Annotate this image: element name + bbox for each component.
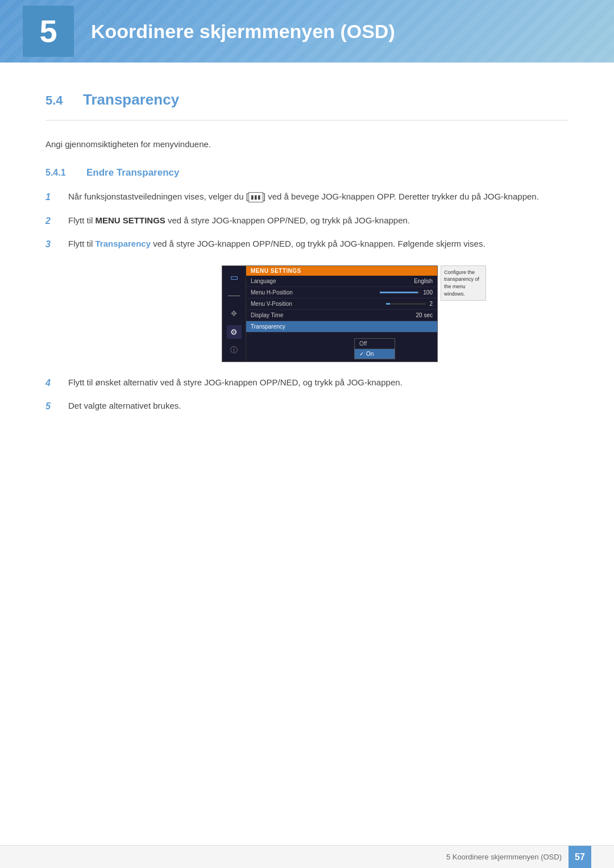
osd-dropdown-on: ✓ On (355, 349, 395, 359)
section-description: Angi gjennomsiktigheten for menyvinduene… (45, 138, 569, 151)
step-3: 3 Flytt til Transparency ved å styre JOG… (45, 237, 569, 252)
osd-spacer (246, 333, 437, 339)
step-1: 1 Når funksjonstastveiledningen vises, v… (45, 190, 569, 205)
subsection-heading: 5.4.1 Endre Transparency (45, 167, 569, 178)
osd-menu-row-displaytime: Display Time 20 sec (246, 310, 437, 321)
main-content: 5.4 Transparency Angi gjennomsiktigheten… (0, 63, 614, 468)
osd-label-hpos: Menu H-Position (251, 289, 380, 296)
osd-icon-info: ⓘ (227, 343, 242, 357)
step-text-1: Når funksjonstastveiledningen vises, vel… (68, 190, 569, 203)
footer-text: 5 Koordinere skjermmenyen (OSD) (446, 853, 562, 861)
osd-dropdown: Off ✓ On (354, 338, 395, 359)
osd-menu-title: MENU SETTINGS (246, 266, 437, 276)
steps-list-2: 4 Flytt til ønsket alternativ ved å styr… (45, 376, 569, 414)
chapter-header: 5 Koordinere skjermmenyen (OSD) (0, 0, 614, 63)
step-text-5: Det valgte alternativet brukes. (68, 399, 569, 413)
step-4: 4 Flytt til ønsket alternativ ved å styr… (45, 376, 569, 391)
osd-tooltip: Configure the transparency of the menu w… (441, 265, 486, 301)
osd-screenshot: ▭ ── ✥ ⚙ ⓘ (222, 265, 438, 362)
chapter-number: 5 (39, 15, 57, 47)
osd-inner: ▭ ── ✥ ⚙ ⓘ (222, 266, 437, 362)
osd-label-displaytime: Display Time (251, 312, 416, 318)
step-text-4: Flytt til ønsket alternativ ved å styre … (68, 376, 569, 389)
osd-icon-monitor: ▭ (227, 271, 242, 284)
step-number-5: 5 (45, 399, 63, 414)
osd-progress-fill-vpos (386, 303, 390, 305)
footer-page-number: 57 (569, 846, 591, 869)
osd-label-vpos: Menu V-Position (251, 301, 386, 307)
step-5: 5 Det valgte alternativet brukes. (45, 399, 569, 414)
osd-label-transparency: Transparency (251, 323, 433, 330)
checkmark-icon: ✓ (359, 351, 364, 357)
osd-dropdown-off: Off (355, 339, 395, 349)
osd-menu: MENU SETTINGS Language English Menu H-Po… (246, 266, 437, 362)
osd-value-displaytime: 20 sec (416, 312, 433, 318)
osd-progress-vpos (386, 303, 426, 305)
screenshot-wrapper: ▭ ── ✥ ⚙ ⓘ (222, 265, 438, 362)
page-footer: 5 Koordinere skjermmenyen (OSD) 57 (0, 845, 614, 868)
osd-progress-fill-hpos (380, 292, 418, 293)
transparency-highlight: Transparency (96, 239, 151, 248)
osd-progress-hpos (380, 292, 420, 293)
subsection-title: Endre Transparency (86, 167, 179, 178)
osd-icon-adjust: ✥ (227, 307, 242, 321)
subsection-number: 5.4.1 (45, 168, 80, 178)
step-number-4: 4 (45, 376, 63, 391)
step-number-1: 1 (45, 190, 63, 205)
step-number-3: 3 (45, 237, 63, 252)
screenshot-container: ▭ ── ✥ ⚙ ⓘ (91, 265, 569, 362)
osd-value-language: English (414, 278, 433, 284)
steps-list: 1 Når funksjonstastveiledningen vises, v… (45, 190, 569, 252)
step-text-2: Flytt til MENU SETTINGS ved å styre JOG-… (68, 214, 569, 227)
osd-icon-gear: ⚙ (227, 325, 242, 339)
step-2: 2 Flytt til MENU SETTINGS ved å styre JO… (45, 214, 569, 229)
osd-value-hpos: 100 (423, 289, 433, 296)
section-number: 5.4 (45, 93, 74, 108)
osd-sidebar: ▭ ── ✥ ⚙ ⓘ (222, 266, 246, 362)
osd-menu-row-transparency: Transparency (246, 321, 437, 333)
osd-label-language: Language (251, 278, 414, 284)
step-text-3: Flytt til Transparency ved å styre JOG-k… (68, 237, 569, 251)
section-title: Transparency (83, 91, 179, 109)
osd-menu-row-hpos: Menu H-Position 100 (246, 287, 437, 298)
section-heading: 5.4 Transparency (45, 91, 569, 109)
chapter-title: Koordinere skjermmenyen (OSD) (91, 20, 395, 43)
step-number-2: 2 (45, 214, 63, 229)
osd-menu-row-language: Language English (246, 276, 437, 287)
osd-value-vpos: 2 (429, 301, 433, 307)
menu-settings-highlight: MENU SETTINGS (96, 215, 165, 225)
divider (45, 120, 569, 121)
osd-icon-lines: ── (227, 289, 242, 302)
chapter-number-box: 5 (23, 6, 74, 57)
osd-menu-row-vpos: Menu V-Position 2 (246, 298, 437, 310)
